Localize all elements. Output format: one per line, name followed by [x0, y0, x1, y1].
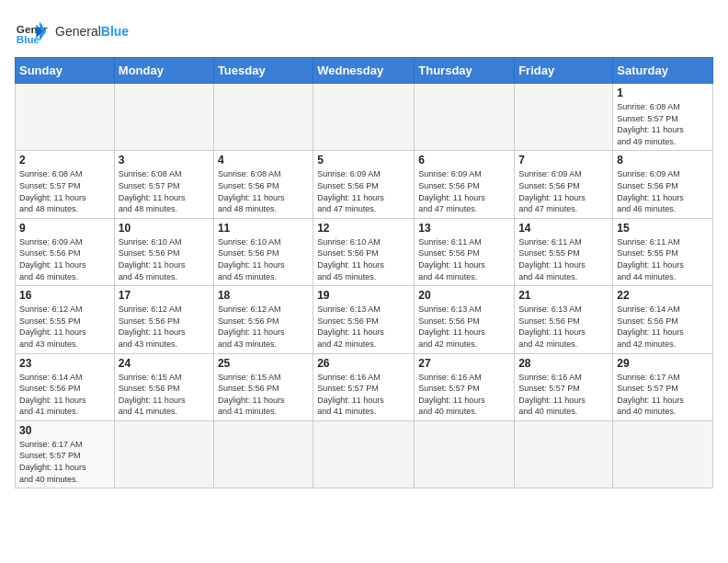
logo-icon: General Blue — [15, 15, 48, 48]
day-number: 3 — [119, 154, 210, 167]
calendar-cell: 8Sunrise: 6:09 AM Sunset: 5:56 PM Daylig… — [613, 151, 713, 218]
day-info: Sunrise: 6:14 AM Sunset: 5:56 PM Dayligh… — [617, 304, 709, 350]
day-number: 7 — [518, 154, 609, 167]
day-info: Sunrise: 6:13 AM Sunset: 5:56 PM Dayligh… — [418, 304, 510, 350]
header-tuesday: Tuesday — [213, 58, 313, 84]
day-number: 19 — [317, 289, 410, 302]
calendar-cell — [515, 420, 613, 488]
calendar-cell: 14Sunrise: 6:11 AM Sunset: 5:55 PM Dayli… — [515, 218, 613, 285]
calendar-cell: 18Sunrise: 6:12 AM Sunset: 5:56 PM Dayli… — [213, 286, 313, 353]
calendar-cell: 30Sunrise: 6:17 AM Sunset: 5:57 PM Dayli… — [16, 420, 115, 488]
calendar-cell: 12Sunrise: 6:10 AM Sunset: 5:56 PM Dayli… — [313, 218, 415, 285]
day-number: 6 — [418, 154, 510, 167]
calendar-cell — [114, 84, 213, 151]
day-number: 23 — [19, 357, 110, 370]
calendar-cell: 19Sunrise: 6:13 AM Sunset: 5:56 PM Dayli… — [313, 286, 415, 353]
day-number: 10 — [119, 222, 210, 235]
calendar-cell — [613, 420, 713, 488]
calendar-cell: 21Sunrise: 6:13 AM Sunset: 5:56 PM Dayli… — [515, 286, 613, 353]
day-info: Sunrise: 6:08 AM Sunset: 5:56 PM Dayligh… — [218, 168, 309, 214]
day-info: Sunrise: 6:09 AM Sunset: 5:56 PM Dayligh… — [418, 168, 510, 214]
calendar-cell — [313, 420, 415, 488]
calendar-cell: 16Sunrise: 6:12 AM Sunset: 5:55 PM Dayli… — [16, 286, 115, 353]
calendar-cell: 17Sunrise: 6:12 AM Sunset: 5:56 PM Dayli… — [114, 286, 213, 353]
calendar-cell — [415, 84, 515, 151]
day-number: 28 — [518, 357, 609, 370]
day-number: 22 — [617, 289, 709, 302]
day-number: 15 — [617, 222, 709, 235]
logo: General Blue GeneralBlue — [15, 15, 129, 48]
header-wednesday: Wednesday — [313, 58, 415, 84]
calendar-cell: 13Sunrise: 6:11 AM Sunset: 5:56 PM Dayli… — [415, 218, 515, 285]
day-info: Sunrise: 6:13 AM Sunset: 5:56 PM Dayligh… — [518, 304, 609, 350]
calendar-cell: 9Sunrise: 6:09 AM Sunset: 5:56 PM Daylig… — [16, 218, 115, 285]
calendar-cell: 10Sunrise: 6:10 AM Sunset: 5:56 PM Dayli… — [114, 218, 213, 285]
day-info: Sunrise: 6:12 AM Sunset: 5:56 PM Dayligh… — [218, 304, 309, 350]
calendar-cell — [114, 420, 213, 488]
day-info: Sunrise: 6:16 AM Sunset: 5:57 PM Dayligh… — [317, 372, 410, 418]
day-number: 14 — [518, 222, 609, 235]
calendar-cell: 24Sunrise: 6:15 AM Sunset: 5:56 PM Dayli… — [114, 353, 213, 420]
day-info: Sunrise: 6:09 AM Sunset: 5:56 PM Dayligh… — [617, 168, 709, 214]
calendar-cell — [313, 84, 415, 151]
calendar-table: SundayMondayTuesdayWednesdayThursdayFrid… — [15, 57, 713, 488]
day-info: Sunrise: 6:10 AM Sunset: 5:56 PM Dayligh… — [119, 236, 210, 282]
day-number: 8 — [617, 154, 709, 167]
calendar-week-3: 9Sunrise: 6:09 AM Sunset: 5:56 PM Daylig… — [16, 218, 713, 285]
header-monday: Monday — [114, 58, 213, 84]
header-saturday: Saturday — [613, 58, 713, 84]
day-number: 17 — [119, 289, 210, 302]
calendar-cell: 11Sunrise: 6:10 AM Sunset: 5:56 PM Dayli… — [213, 218, 313, 285]
day-info: Sunrise: 6:12 AM Sunset: 5:56 PM Dayligh… — [119, 304, 210, 350]
day-number: 25 — [218, 357, 309, 370]
day-info: Sunrise: 6:11 AM Sunset: 5:55 PM Dayligh… — [518, 236, 609, 282]
day-number: 11 — [218, 222, 309, 235]
header-sunday: Sunday — [16, 58, 115, 84]
day-info: Sunrise: 6:09 AM Sunset: 5:56 PM Dayligh… — [518, 168, 609, 214]
calendar-week-4: 16Sunrise: 6:12 AM Sunset: 5:55 PM Dayli… — [16, 286, 713, 353]
day-info: Sunrise: 6:11 AM Sunset: 5:55 PM Dayligh… — [617, 236, 709, 282]
day-number: 27 — [418, 357, 510, 370]
calendar-week-1: 1Sunrise: 6:08 AM Sunset: 5:57 PM Daylig… — [16, 84, 713, 151]
calendar-cell: 28Sunrise: 6:16 AM Sunset: 5:57 PM Dayli… — [515, 353, 613, 420]
calendar-week-5: 23Sunrise: 6:14 AM Sunset: 5:56 PM Dayli… — [16, 353, 713, 420]
day-number: 26 — [317, 357, 410, 370]
calendar-cell: 7Sunrise: 6:09 AM Sunset: 5:56 PM Daylig… — [515, 151, 613, 218]
day-number: 1 — [617, 86, 709, 99]
day-info: Sunrise: 6:13 AM Sunset: 5:56 PM Dayligh… — [317, 304, 410, 350]
day-info: Sunrise: 6:12 AM Sunset: 5:55 PM Dayligh… — [19, 304, 110, 350]
day-info: Sunrise: 6:09 AM Sunset: 5:56 PM Dayligh… — [19, 236, 110, 282]
day-number: 12 — [317, 222, 410, 235]
day-info: Sunrise: 6:08 AM Sunset: 5:57 PM Dayligh… — [119, 168, 210, 214]
day-info: Sunrise: 6:10 AM Sunset: 5:56 PM Dayligh… — [218, 236, 309, 282]
calendar-cell: 27Sunrise: 6:16 AM Sunset: 5:57 PM Dayli… — [415, 353, 515, 420]
calendar-cell — [515, 84, 613, 151]
calendar-cell: 15Sunrise: 6:11 AM Sunset: 5:55 PM Dayli… — [613, 218, 713, 285]
day-number: 20 — [418, 289, 510, 302]
day-info: Sunrise: 6:08 AM Sunset: 5:57 PM Dayligh… — [19, 168, 110, 214]
calendar-cell — [415, 420, 515, 488]
calendar-cell — [16, 84, 115, 151]
calendar-cell — [213, 84, 313, 151]
day-info: Sunrise: 6:17 AM Sunset: 5:57 PM Dayligh… — [19, 439, 110, 485]
calendar-header-row: SundayMondayTuesdayWednesdayThursdayFrid… — [16, 58, 713, 84]
calendar-cell: 4Sunrise: 6:08 AM Sunset: 5:56 PM Daylig… — [213, 151, 313, 218]
day-info: Sunrise: 6:17 AM Sunset: 5:57 PM Dayligh… — [617, 372, 709, 418]
calendar-cell: 5Sunrise: 6:09 AM Sunset: 5:56 PM Daylig… — [313, 151, 415, 218]
day-info: Sunrise: 6:15 AM Sunset: 5:56 PM Dayligh… — [119, 372, 210, 418]
calendar-cell: 25Sunrise: 6:15 AM Sunset: 5:56 PM Dayli… — [213, 353, 313, 420]
day-number: 2 — [19, 154, 110, 167]
calendar-cell: 3Sunrise: 6:08 AM Sunset: 5:57 PM Daylig… — [114, 151, 213, 218]
day-info: Sunrise: 6:15 AM Sunset: 5:56 PM Dayligh… — [218, 372, 309, 418]
day-number: 18 — [218, 289, 309, 302]
calendar-cell: 22Sunrise: 6:14 AM Sunset: 5:56 PM Dayli… — [613, 286, 713, 353]
day-number: 16 — [19, 289, 110, 302]
day-number: 21 — [518, 289, 609, 302]
day-number: 29 — [617, 357, 709, 370]
header-thursday: Thursday — [415, 58, 515, 84]
calendar-week-6: 30Sunrise: 6:17 AM Sunset: 5:57 PM Dayli… — [16, 420, 713, 488]
calendar-cell: 23Sunrise: 6:14 AM Sunset: 5:56 PM Dayli… — [16, 353, 115, 420]
calendar-cell: 1Sunrise: 6:08 AM Sunset: 5:57 PM Daylig… — [613, 84, 713, 151]
day-number: 13 — [418, 222, 510, 235]
calendar-cell: 2Sunrise: 6:08 AM Sunset: 5:57 PM Daylig… — [16, 151, 115, 218]
